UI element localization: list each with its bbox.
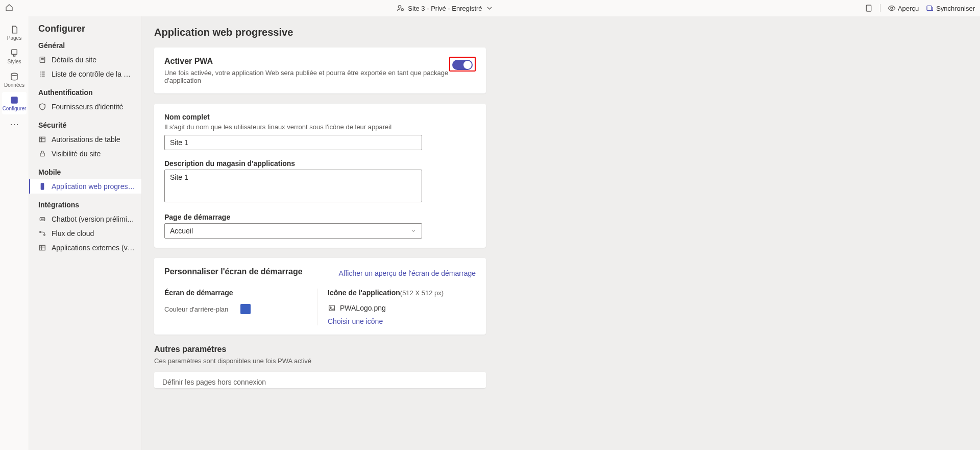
sidebar-item-site-details[interactable]: Détails du site (29, 53, 141, 67)
group-general: Général (38, 41, 141, 50)
svg-rect-11 (41, 183, 43, 190)
rail-more[interactable]: ⋯ (10, 119, 19, 130)
highlight-annotation (449, 57, 476, 72)
splash-card: Personnaliser l'écran de démarrage Affic… (154, 258, 486, 335)
activate-pwa-desc: Une fois activée, votre application Web … (164, 69, 449, 84)
sidebar-item-site-visibility[interactable]: Visibilité du site (29, 147, 141, 161)
svg-rect-5 (12, 50, 17, 54)
svg-rect-4 (927, 6, 932, 10)
splash-preview-link[interactable]: Afficher un aperçu de l'écran de démarra… (338, 269, 476, 277)
sidebar-item-go-live-checklist[interactable]: Liste de contrôle de la mise en ser... (29, 67, 141, 81)
sync-button[interactable]: Synchroniser (926, 4, 975, 12)
offline-label: Définir les pages hors connexion (162, 378, 266, 386)
name-desc: Il s'agit du nom que les utilisateurs fi… (164, 123, 476, 131)
activate-pwa-card: Activer PWA Une fois activée, votre appl… (154, 48, 486, 93)
svg-point-15 (40, 231, 41, 233)
home-icon[interactable] (5, 4, 13, 13)
svg-point-1 (402, 9, 404, 11)
svg-point-14 (43, 219, 43, 219)
svg-rect-9 (40, 137, 45, 141)
rail-configure[interactable]: Configurer (2, 92, 27, 114)
sidebar-item-cloud-flows[interactable]: Flux de cloud (29, 226, 141, 241)
separator (880, 4, 880, 12)
site-picker[interactable]: Site 3 - Privé - Enregistré (26, 4, 865, 12)
group-integrations: Intégrations (38, 201, 141, 209)
rail-data[interactable]: Données (2, 68, 27, 91)
group-auth: Authentification (38, 88, 141, 97)
offline-pages-card: Définir les pages hors connexion (154, 372, 486, 388)
svg-point-3 (891, 7, 893, 9)
chevron-down-icon (410, 228, 416, 234)
sidebar: Configurer Général Détails du site Liste… (29, 16, 142, 450)
other-title: Autres paramètres (154, 345, 486, 354)
start-page-value: Accueil (170, 227, 193, 235)
start-page-select[interactable]: Accueil (164, 223, 422, 239)
svg-rect-10 (40, 153, 44, 156)
site-label: Site 3 - Privé - Enregistré (408, 5, 482, 12)
sidebar-item-table-permissions[interactable]: Autorisations de table (29, 132, 141, 147)
svg-point-6 (11, 73, 17, 76)
top-bar: Site 3 - Privé - Enregistré Aperçu Synch… (0, 0, 980, 16)
preview-button[interactable]: Aperçu (888, 4, 919, 12)
app-icon-title: Icône de l'application(512 X 512 px) (328, 289, 476, 297)
sidebar-item-pwa[interactable]: Application web progressive (29, 179, 141, 194)
other-desc: Ces paramètres sont disponibles une fois… (154, 357, 486, 365)
store-desc-label: Description du magasin d'applications (164, 159, 476, 168)
svg-point-0 (399, 6, 401, 8)
group-security: Sécurité (38, 121, 141, 129)
svg-point-16 (44, 234, 45, 235)
bg-color-label: Couleur d'arrière-plan (164, 305, 228, 313)
icon-filename: PWALogo.png (340, 304, 386, 312)
splash-screen-title: Écran de démarrage (164, 289, 307, 297)
svg-point-13 (41, 219, 42, 219)
zoom-fit-button[interactable] (865, 4, 873, 12)
activate-pwa-toggle[interactable] (452, 60, 473, 70)
toggle-knob (463, 61, 472, 69)
rail-pages[interactable]: Pages (2, 21, 27, 44)
sidebar-item-chatbot[interactable]: Chatbot (version préliminaire) (29, 212, 141, 226)
pwa-form-card: Nom complet Il s'agit du nom que les uti… (154, 104, 486, 248)
group-mobile: Mobile (38, 168, 141, 176)
svg-point-19 (330, 307, 331, 308)
page-title: Application web progressive (154, 27, 968, 38)
rail-nav: Pages Styles Données Configurer ⋯ (0, 16, 29, 450)
choose-icon-link[interactable]: Choisir une icône (328, 317, 383, 325)
sidebar-item-external-apps[interactable]: Applications externes (version prél... (29, 241, 141, 255)
store-desc-input[interactable] (164, 170, 422, 202)
name-label: Nom complet (164, 113, 476, 121)
sidebar-item-identity-providers[interactable]: Fournisseurs d'identité (29, 100, 141, 114)
svg-rect-17 (40, 245, 45, 250)
image-icon (328, 304, 336, 312)
rail-styles[interactable]: Styles (2, 45, 27, 67)
svg-rect-2 (866, 5, 871, 11)
activate-pwa-title: Activer PWA (164, 57, 449, 66)
chevron-down-icon (485, 4, 494, 12)
splash-title: Personnaliser l'écran de démarrage (164, 267, 303, 276)
main-content: Application web progressive Activer PWA … (142, 16, 980, 450)
bg-color-swatch[interactable] (240, 304, 251, 314)
start-page-label: Page de démarrage (164, 213, 476, 221)
svg-rect-7 (11, 97, 17, 103)
other-settings-section: Autres paramètres Ces paramètres sont di… (154, 345, 486, 388)
svg-rect-18 (329, 305, 335, 311)
sidebar-title: Configurer (38, 23, 141, 34)
name-input[interactable] (164, 135, 422, 150)
